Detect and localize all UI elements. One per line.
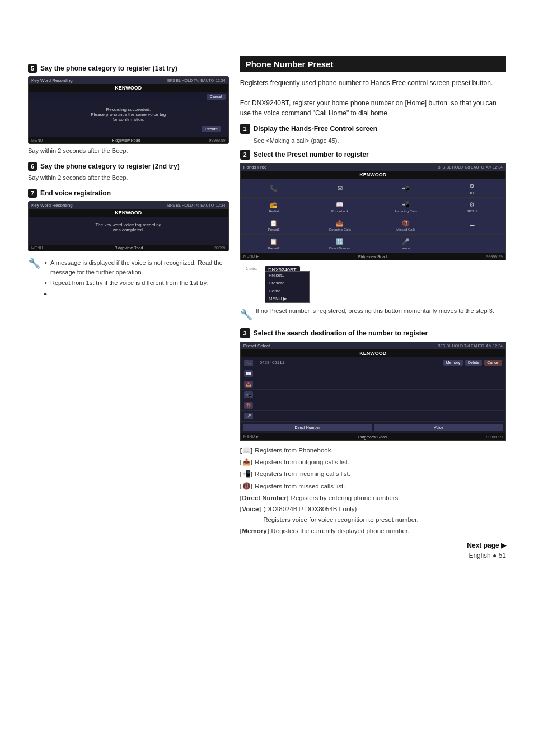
setup-icon: ⚙	[469, 201, 475, 208]
preset-item-home[interactable]: Home	[265, 287, 309, 295]
ps-cancel-btn[interactable]: Cancel	[484, 360, 502, 366]
ps-phonebook-icon: 📖	[244, 370, 253, 377]
reg-direct-text: Registers by entering phone numbers.	[291, 493, 400, 503]
hf-footer-dist: 99999.99	[486, 255, 503, 259]
notes-list: A message is displayed if the voice is n…	[44, 258, 229, 300]
reg-item-outgoing: [📤] Registers from outgoing calls list.	[240, 457, 506, 468]
screen1-brand: KENWOOD	[29, 84, 228, 92]
reg-memory-text: Registers the currently displayed phone …	[271, 526, 409, 536]
step2-note-icon: 🔧	[240, 307, 252, 323]
hf-cell-preset2[interactable]: 📋 Preset2	[241, 235, 307, 253]
screen1-cancel-btn[interactable]: Cancel	[207, 94, 226, 100]
reg-voice-text: (DDX8024BT/ DDX8054BT only)Registers voi…	[263, 504, 418, 525]
back-icon: ⬅	[470, 222, 475, 229]
right-step3-badge: 3	[240, 328, 250, 338]
step2-note-text: If no Preset number is registered, press…	[256, 306, 494, 323]
screen2-header: Key Word Recording BFS BL HOLD T/d EAUTO…	[29, 202, 228, 209]
preset-item-2[interactable]: Preset2	[265, 279, 309, 287]
ps-memory-btn[interactable]: Memory	[443, 360, 463, 366]
bt-icon: ⚙	[469, 183, 475, 190]
left-column: 5 Say the phone category to register (1s…	[28, 56, 229, 559]
reg-incoming-tag: [📲]	[240, 469, 253, 479]
preset-dropdown[interactable]: Preset1 Preset2 Home MENU ▶	[265, 271, 310, 303]
ps-voice-btn[interactable]: Voice	[374, 424, 503, 431]
step2-note-box: 🔧 If no Preset number is registered, pre…	[240, 306, 506, 323]
reg-outgoing-tag: [📤]	[240, 457, 253, 468]
hf-cell-preset1[interactable]: 📋 Preset1	[241, 216, 307, 234]
hf-cell-missed[interactable]: 📵 Missed Calls	[373, 216, 439, 234]
ps-delete-btn[interactable]: Delete	[465, 360, 482, 366]
screen2-footer-menu: MENU	[31, 246, 43, 250]
preset-item-1[interactable]: Preset1	[265, 272, 309, 279]
redial-label: Redial	[269, 209, 279, 213]
ps-status: BFS BL HOLD T/d EAUTO AM 12:34	[438, 344, 503, 348]
ps-bottom-btns: Direct Number Voice	[241, 422, 505, 433]
msg-icon: ✉	[338, 185, 343, 192]
hf-cell-redial[interactable]: 📻 Redial	[241, 198, 307, 216]
hf-footer-road: Ridgeview Road	[358, 255, 387, 259]
screen2-status: BFS BL HOLD T/d EAUTO 12:34	[167, 203, 226, 207]
screen1-record-btn[interactable]: Record	[202, 126, 221, 132]
reg-item-voice: [Voice] (DDX8024BT/ DDX8054BT only)Regis…	[240, 504, 506, 525]
step5-caption: Say within 2 seconds after the Beep.	[28, 147, 229, 154]
note-icon: 🔧	[28, 256, 40, 304]
ps-footer-menu: MENU ▶	[243, 435, 259, 439]
right-step1-caption: See <Making a call> (page 45).	[254, 137, 506, 144]
hf-cell-empty2[interactable]: 📲	[373, 179, 439, 197]
incoming-label: Incoming Calls	[395, 209, 417, 213]
hf-cell-incoming[interactable]: 📲 Incoming Calls	[373, 198, 439, 216]
phonebook-label: Phonebook	[331, 209, 348, 213]
hf-cell-phonebook[interactable]: 📖 Phonebook	[307, 198, 373, 216]
ps-header-label: Preset Select	[243, 343, 270, 348]
hf-cell-phone[interactable]: 📞	[241, 179, 307, 197]
reg-incoming-text: Registers from incoming calls list.	[255, 469, 350, 479]
screen1-record-row: Record	[33, 124, 224, 134]
right-step3-header: 3 Select the search destination of the n…	[240, 328, 506, 338]
right-step2-header: 2 Select the Preset number to register	[240, 150, 506, 160]
hf-cell-voice[interactable]: 🎤 Voice	[373, 235, 439, 253]
preset-item-menu[interactable]: MENU ▶	[265, 295, 309, 302]
hf-cell-back[interactable]: ⬅	[439, 216, 505, 234]
direct-label: Direct Number	[329, 246, 351, 250]
notes-box: 🔧 A message is displayed if the voice is…	[28, 255, 229, 304]
preset1-icon: 📋	[270, 220, 278, 227]
reg-item-memory: [Memory] Registers the currently display…	[240, 526, 506, 536]
section-title: Phone Number Preset	[246, 59, 334, 69]
next-page[interactable]: Next page ▶	[240, 542, 506, 549]
ps-row-voice[interactable]: 🎤	[241, 411, 505, 422]
step5-badge: 5	[28, 64, 37, 73]
right-step2-badge: 2	[240, 150, 250, 160]
reg-direct-tag: [Direct Number]	[240, 493, 289, 503]
hf-cell-empty1[interactable]: ✉	[307, 179, 373, 197]
hf-cell-direct[interactable]: 🔢 Direct Number	[307, 235, 373, 253]
ps-row-outgoing[interactable]: 📤	[241, 379, 505, 390]
section-intro: Registers frequently used phone number t…	[240, 78, 506, 118]
hf-cell-setup[interactable]: ⚙ SETUP	[439, 198, 505, 216]
setup-label: SETUP	[466, 209, 477, 213]
hf-screen-header: Hands Free BFS BL HOLD T/d EAUTO AM 12:3…	[241, 164, 505, 171]
section-header: Phone Number Preset	[240, 56, 506, 72]
screen1-header-label: Key Word Recording	[31, 78, 73, 83]
ps-row-missed[interactable]: 📵	[241, 400, 505, 411]
reg-item-phonebook: [📖] Registers from Phonebook.	[240, 445, 506, 456]
ps-row-phonebook[interactable]: 📖	[241, 368, 505, 379]
ps-direct-number-btn[interactable]: Direct Number	[243, 424, 372, 431]
hf-cell-outgoing[interactable]: 📤 Outgoing Calls	[307, 216, 373, 234]
ps-outgoing-list-icon: 📤	[244, 381, 253, 388]
screen2-body: The key word voice tag recordingwas comp…	[29, 217, 228, 245]
right-step3-title: Select the search destination of the num…	[254, 329, 428, 337]
hf-cell-bt[interactable]: ⚙ BT	[439, 179, 505, 197]
step7-screen: Key Word Recording BFS BL HOLD T/d EAUTO…	[28, 201, 229, 251]
ps-row-incoming[interactable]: 📲	[241, 390, 505, 400]
screen1-body-text: Recording succeeded.Please pronounce the…	[33, 105, 224, 124]
redial-icon: 📻	[270, 201, 278, 208]
outgoing-icon: 📤	[336, 220, 344, 227]
note-item-2: Repeat from 1st try if the voice is diff…	[44, 278, 229, 288]
bt-label: BT	[470, 191, 475, 194]
direct-icon: 🔢	[336, 238, 344, 245]
screen1-footer-road: Ridgeview Road	[112, 138, 140, 142]
page-info: English ● 51	[240, 552, 506, 559]
step6-badge: 6	[28, 162, 37, 171]
sec-badge: 1 sec.	[243, 265, 260, 272]
voice-label: Voice	[402, 246, 410, 250]
